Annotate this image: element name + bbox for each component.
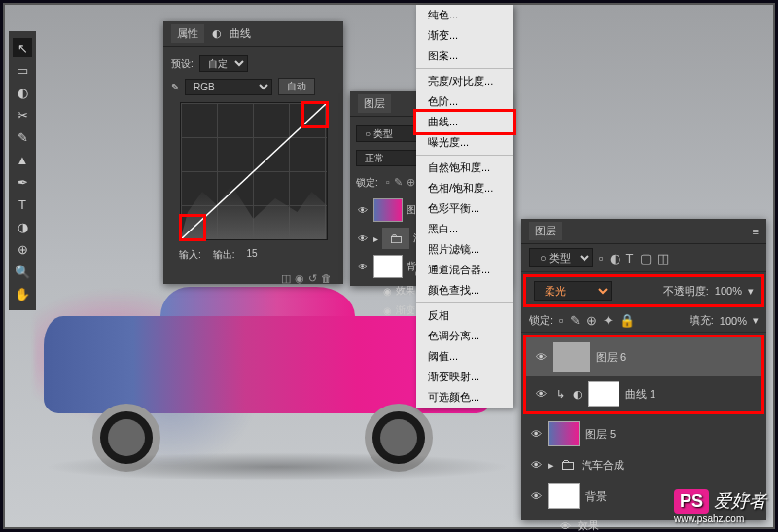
layers-tab-small[interactable]: 图层 bbox=[358, 94, 391, 113]
pen-tool[interactable]: ▲ bbox=[13, 150, 32, 169]
layer-name: 背景 bbox=[585, 489, 607, 504]
reset-icon[interactable]: ↺ bbox=[308, 272, 317, 285]
blend-mode-large[interactable]: 柔光 bbox=[534, 281, 612, 301]
panel-menu-icon[interactable]: ≡ bbox=[753, 226, 759, 237]
visibility-icon[interactable]: 👁 bbox=[356, 205, 370, 216]
eyedropper-tool[interactable]: ⊕ bbox=[13, 239, 32, 259]
layer-name: 曲线 1 bbox=[625, 387, 655, 402]
menu-selectivecolor[interactable]: 可选颜色... bbox=[416, 387, 513, 408]
layer-name: 图层 6 bbox=[596, 350, 626, 365]
opacity-value-l[interactable]: 100% bbox=[715, 285, 742, 297]
menu-photofilter[interactable]: 照片滤镜... bbox=[416, 239, 513, 260]
preset-label: 预设: bbox=[171, 57, 194, 71]
lock-brush-icon[interactable]: ✎ bbox=[570, 313, 581, 328]
visibility-icon[interactable]: 👁 bbox=[529, 459, 543, 471]
menu-colorbalance[interactable]: 色彩平衡... bbox=[416, 198, 513, 219]
layers-tab-large[interactable]: 图层 bbox=[529, 222, 562, 240]
lock-label-s: 锁定: bbox=[356, 176, 378, 190]
menu-channelmixer[interactable]: 通道混合器... bbox=[416, 260, 513, 280]
path-tool[interactable]: ✒ bbox=[13, 172, 32, 192]
output-label: 输出: bbox=[213, 248, 235, 262]
menu-colorlookup[interactable]: 颜色查找... bbox=[416, 280, 513, 301]
zoom-tool[interactable]: 🔍 bbox=[13, 262, 32, 281]
menu-invert[interactable]: 反相 bbox=[416, 305, 513, 326]
visibility-icon[interactable]: 👁 bbox=[356, 233, 370, 244]
lock-label-l: 锁定: bbox=[529, 313, 553, 328]
menu-pattern[interactable]: 图案... bbox=[416, 46, 513, 66]
menu-solid-color[interactable]: 纯色... bbox=[416, 5, 513, 25]
curve-handle-white[interactable] bbox=[301, 101, 329, 128]
properties-header: 属性 ◐ 曲线 bbox=[163, 21, 343, 47]
effect-name: 效果 bbox=[578, 518, 599, 532]
channel-select[interactable]: RGB bbox=[185, 79, 272, 95]
marquee-tool[interactable]: ▭ bbox=[13, 60, 32, 80]
expand-icon[interactable]: ▸ bbox=[548, 459, 554, 472]
visibility-icon[interactable]: 👁 bbox=[529, 428, 543, 440]
lock-all-icon[interactable]: 🔒 bbox=[619, 313, 635, 328]
layers-panel-large: 图层≡ ○ 类型 ▫ ◐ T ▢ ◫ 柔光 不透明度: 100%▾ 锁定: ▫ … bbox=[521, 219, 766, 520]
menu-posterize[interactable]: 色调分离... bbox=[416, 326, 513, 346]
properties-tab[interactable]: 属性 bbox=[171, 24, 204, 43]
preset-select[interactable]: 自定 bbox=[199, 55, 248, 72]
visibility-icon[interactable]: 👁 bbox=[534, 351, 548, 363]
folder-icon: 🗀 bbox=[560, 456, 576, 474]
shape-tool[interactable]: ◑ bbox=[13, 217, 32, 236]
view-icon[interactable]: ◉ bbox=[295, 272, 304, 285]
curves-label: 曲线 bbox=[230, 26, 251, 41]
shape-filter-icon[interactable]: ▢ bbox=[640, 251, 652, 266]
tools-toolbar: ↖ ▭ ◐ ✂ ✎ ▲ ✒ T ◑ ⊕ 🔍 ✋ bbox=[9, 31, 36, 310]
opacity-label-l: 不透明度: bbox=[663, 284, 709, 299]
layer-name: 图层 5 bbox=[585, 427, 616, 442]
curves-graph[interactable] bbox=[180, 102, 328, 240]
menu-vibrance[interactable]: 自然饱和度... bbox=[416, 158, 513, 178]
visibility-icon[interactable]: 👁 bbox=[529, 490, 543, 502]
visibility-icon[interactable]: 👁 bbox=[534, 388, 548, 400]
visibility-icon[interactable]: 👁 bbox=[356, 262, 370, 272]
menu-curves[interactable]: 曲线... bbox=[416, 112, 513, 132]
menu-exposure[interactable]: 曝光度... bbox=[416, 132, 513, 153]
clip-icon[interactable]: ◫ bbox=[281, 272, 291, 285]
layer-row[interactable]: 👁 ▸ 🗀 汽车合成 bbox=[521, 451, 766, 479]
lock-position-icon[interactable]: ⊕ bbox=[586, 313, 597, 328]
layer-name: 汽车合成 bbox=[582, 458, 624, 473]
pixel-filter-icon[interactable]: ▫ bbox=[599, 251, 604, 266]
adjustment-menu: 纯色... 渐变... 图案... 亮度/对比度... 色阶... 曲线... … bbox=[416, 5, 513, 408]
watermark: PS 爱好者 www.psahz.com bbox=[674, 489, 766, 524]
curve-handle-black[interactable] bbox=[179, 214, 206, 241]
crop-tool[interactable]: ✂ bbox=[13, 105, 32, 124]
input-label: 输入: bbox=[179, 248, 201, 262]
adjust-filter-icon[interactable]: ◐ bbox=[610, 251, 620, 266]
move-tool[interactable]: ↖ bbox=[13, 38, 32, 57]
type-tool[interactable]: T bbox=[13, 195, 32, 214]
menu-threshold[interactable]: 阈值... bbox=[416, 346, 513, 367]
menu-bw[interactable]: 黑白... bbox=[416, 219, 513, 239]
fill-value-l[interactable]: 100% bbox=[720, 315, 747, 327]
lock-pixels-icon[interactable]: ▫ bbox=[559, 313, 564, 328]
layer-row[interactable]: 👁 ↳ ◐ 曲线 1 bbox=[526, 376, 761, 411]
curves-adj-icon: ◐ bbox=[573, 388, 583, 401]
smart-filter-icon[interactable]: ◫ bbox=[657, 251, 669, 266]
eyedropper-icon[interactable]: ✎ bbox=[171, 82, 179, 92]
hand-tool[interactable]: ✋ bbox=[13, 284, 32, 303]
output-value: 15 bbox=[247, 248, 258, 262]
type-filter-icon[interactable]: T bbox=[626, 251, 634, 266]
visibility-icon[interactable]: 👁 bbox=[558, 520, 572, 532]
menu-gradientmap[interactable]: 渐变映射... bbox=[416, 367, 513, 387]
filter-kind-large[interactable]: ○ 类型 bbox=[529, 248, 593, 267]
lock-artboard-icon[interactable]: ✦ bbox=[603, 313, 614, 328]
ground-shadow bbox=[44, 452, 511, 481]
auto-button[interactable]: 自动 bbox=[278, 78, 315, 95]
menu-hue[interactable]: 色相/饱和度... bbox=[416, 178, 513, 198]
properties-panel: 属性 ◐ 曲线 预设: 自定 ✎ RGB 自动 输入: 输出: 15 ◫ ◉ ↺ bbox=[163, 21, 343, 284]
curves-icon: ◐ bbox=[212, 27, 222, 40]
brush-tool[interactable]: ✎ bbox=[13, 127, 32, 147]
layer-row-selected[interactable]: 👁 图层 6 bbox=[526, 337, 761, 376]
delete-icon[interactable]: 🗑 bbox=[321, 272, 332, 285]
menu-gradient[interactable]: 渐变... bbox=[416, 25, 513, 46]
layer-row[interactable]: 👁 图层 5 bbox=[521, 416, 766, 451]
lasso-tool[interactable]: ◐ bbox=[13, 83, 32, 102]
fill-label-l: 填充: bbox=[690, 313, 714, 328]
menu-brightness[interactable]: 亮度/对比度... bbox=[416, 71, 513, 91]
